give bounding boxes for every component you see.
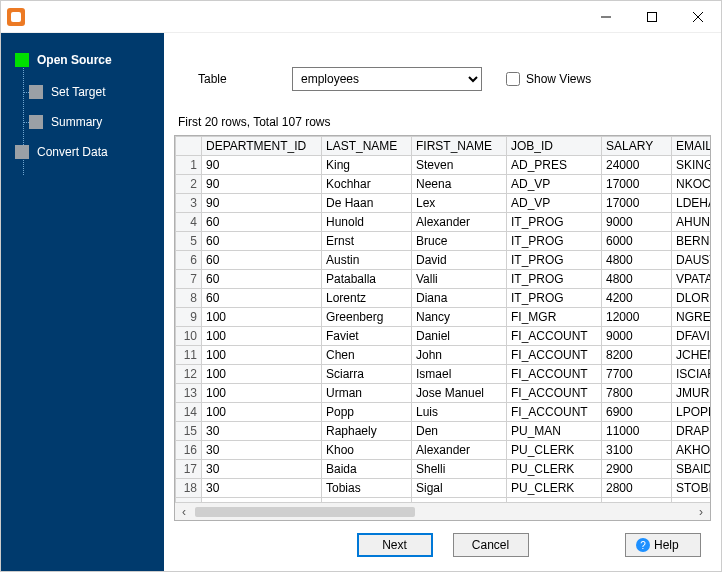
table-cell[interactable]: 9000 — [602, 213, 672, 232]
table-cell[interactable]: 90 — [202, 175, 322, 194]
table-cell[interactable]: AD_PRES — [507, 156, 602, 175]
table-cell[interactable]: 4200 — [602, 289, 672, 308]
sidebar-item-summary[interactable]: Summary — [1, 111, 164, 133]
table-cell[interactable]: Den — [412, 422, 507, 441]
table-cell[interactable]: 6000 — [602, 232, 672, 251]
table-cell[interactable]: 30 — [202, 460, 322, 479]
scroll-right-icon[interactable]: › — [692, 505, 710, 519]
table-cell[interactable]: Sciarra — [322, 365, 412, 384]
table-cell[interactable]: David — [412, 251, 507, 270]
table-row[interactable]: 560ErnstBruceIT_PROG6000BERNST — [176, 232, 711, 251]
table-row[interactable]: 13100UrmanJose ManuelFI_ACCOUNT7800JMURM… — [176, 384, 711, 403]
table-cell[interactable]: Jose Manuel — [412, 384, 507, 403]
table-cell[interactable]: SBAIDA — [672, 460, 711, 479]
table-cell[interactable]: PU_MAN — [507, 422, 602, 441]
table-cell[interactable]: 7700 — [602, 365, 672, 384]
table-cell[interactable]: DLORENTZ — [672, 289, 711, 308]
table-row[interactable]: 1530RaphaelyDenPU_MAN11000DRAPHEAL — [176, 422, 711, 441]
table-cell[interactable]: LPOPP — [672, 403, 711, 422]
table-cell[interactable]: Urman — [322, 384, 412, 403]
table-cell[interactable]: Lorentz — [322, 289, 412, 308]
table-cell[interactable]: Shelli — [412, 460, 507, 479]
show-views-checkbox[interactable]: Show Views — [506, 72, 591, 86]
table-cell[interactable]: DRAPHEAL — [672, 422, 711, 441]
table-row[interactable]: 1730BaidaShelliPU_CLERK2900SBAIDA — [176, 460, 711, 479]
table-cell[interactable]: 2800 — [602, 479, 672, 498]
table-cell[interactable]: IT_PROG — [507, 270, 602, 289]
minimize-button[interactable] — [583, 1, 629, 33]
table-cell[interactable]: 30 — [202, 479, 322, 498]
table-row[interactable]: 9100GreenbergNancyFI_MGR12000NGREENBE — [176, 308, 711, 327]
table-cell[interactable]: FI_ACCOUNT — [507, 346, 602, 365]
table-cell[interactable]: JCHEN — [672, 346, 711, 365]
column-header[interactable]: LAST_NAME — [322, 137, 412, 156]
table-cell[interactable]: Nancy — [412, 308, 507, 327]
column-header[interactable]: EMAIL — [672, 137, 711, 156]
table-cell[interactable]: Hunold — [322, 213, 412, 232]
table-cell[interactable]: IT_PROG — [507, 289, 602, 308]
table-cell[interactable]: Ernst — [322, 232, 412, 251]
table-cell[interactable]: PU_CLERK — [507, 441, 602, 460]
table-cell[interactable]: IT_PROG — [507, 251, 602, 270]
table-cell[interactable]: 60 — [202, 251, 322, 270]
table-cell[interactable]: BERNST — [672, 232, 711, 251]
table-cell[interactable]: Daniel — [412, 327, 507, 346]
close-button[interactable] — [675, 1, 721, 33]
table-cell[interactable]: 100 — [202, 346, 322, 365]
table-row[interactable]: 460HunoldAlexanderIT_PROG9000AHUNOLD — [176, 213, 711, 232]
table-cell[interactable]: FI_MGR — [507, 308, 602, 327]
table-cell[interactable]: 4800 — [602, 251, 672, 270]
table-row[interactable]: 11100ChenJohnFI_ACCOUNT8200JCHEN — [176, 346, 711, 365]
next-button[interactable]: Next — [357, 533, 433, 557]
table-cell[interactable]: Neena — [412, 175, 507, 194]
column-header[interactable]: SALARY — [602, 137, 672, 156]
table-cell[interactable]: DFAVIET — [672, 327, 711, 346]
table-cell[interactable]: Lex — [412, 194, 507, 213]
show-views-input[interactable] — [506, 72, 520, 86]
table-cell[interactable]: PU_CLERK — [507, 479, 602, 498]
table-row[interactable]: 190KingStevenAD_PRES24000SKING — [176, 156, 711, 175]
table-cell[interactable]: 100 — [202, 327, 322, 346]
table-cell[interactable]: 3100 — [602, 441, 672, 460]
table-cell[interactable]: Alexander — [412, 441, 507, 460]
table-cell[interactable]: 30 — [202, 441, 322, 460]
table-cell[interactable]: Khoo — [322, 441, 412, 460]
table-cell[interactable]: AD_VP — [507, 194, 602, 213]
table-cell[interactable]: DAUSTIN — [672, 251, 711, 270]
table-cell[interactable]: ISCIARRA — [672, 365, 711, 384]
table-cell[interactable]: IT_PROG — [507, 232, 602, 251]
table-cell[interactable]: Greenberg — [322, 308, 412, 327]
table-cell[interactable]: Luis — [412, 403, 507, 422]
table-cell[interactable]: STOBIAS — [672, 479, 711, 498]
table-cell[interactable]: 9000 — [602, 327, 672, 346]
table-row[interactable]: 10100FavietDanielFI_ACCOUNT9000DFAVIET — [176, 327, 711, 346]
table-cell[interactable]: FI_ACCOUNT — [507, 403, 602, 422]
table-cell[interactable]: AHUNOLD — [672, 213, 711, 232]
sidebar-item-convert-data[interactable]: Convert Data — [1, 141, 164, 163]
table-cell[interactable]: IT_PROG — [507, 213, 602, 232]
table-cell[interactable]: John — [412, 346, 507, 365]
table-cell[interactable]: Baida — [322, 460, 412, 479]
table-cell[interactable]: Sigal — [412, 479, 507, 498]
table-cell[interactable]: 17000 — [602, 175, 672, 194]
table-cell[interactable]: JMURMAN — [672, 384, 711, 403]
sidebar-item-set-target[interactable]: Set Target — [1, 81, 164, 103]
table-row[interactable]: 390De HaanLexAD_VP17000LDEHAAN — [176, 194, 711, 213]
table-cell[interactable]: NGREENBE — [672, 308, 711, 327]
table-cell[interactable]: 24000 — [602, 156, 672, 175]
column-header[interactable]: FIRST_NAME — [412, 137, 507, 156]
table-cell[interactable]: 4800 — [602, 270, 672, 289]
table-cell[interactable]: 12000 — [602, 308, 672, 327]
table-cell[interactable]: 60 — [202, 289, 322, 308]
table-cell[interactable]: Austin — [322, 251, 412, 270]
scroll-left-icon[interactable]: ‹ — [175, 505, 193, 519]
table-row[interactable]: 1830TobiasSigalPU_CLERK2800STOBIAS — [176, 479, 711, 498]
table-cell[interactable]: FI_ACCOUNT — [507, 384, 602, 403]
maximize-button[interactable] — [629, 1, 675, 33]
table-cell[interactable]: LDEHAAN — [672, 194, 711, 213]
table-cell[interactable]: 2900 — [602, 460, 672, 479]
data-table-scroll[interactable]: DEPARTMENT_IDLAST_NAMEFIRST_NAMEJOB_IDSA… — [175, 136, 710, 502]
table-cell[interactable]: Steven — [412, 156, 507, 175]
table-cell[interactable]: Alexander — [412, 213, 507, 232]
sidebar-item-open-source[interactable]: Open Source — [1, 49, 164, 71]
